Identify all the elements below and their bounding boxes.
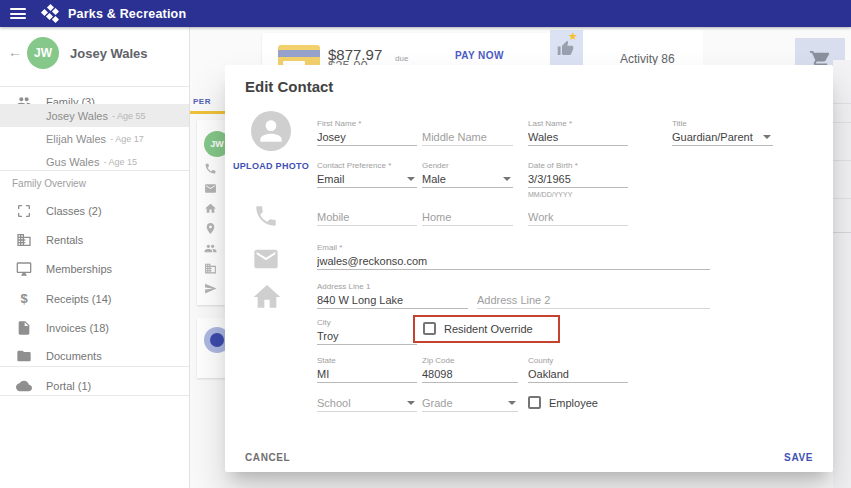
due-label: due: [395, 54, 408, 63]
middle-name-field[interactable]: Middle Name: [422, 130, 513, 146]
field-label: Date of Birth *: [528, 160, 628, 172]
city-field[interactable]: City Troy: [317, 317, 417, 345]
email-icon: [204, 181, 217, 194]
field-label: Address Line 1: [317, 281, 468, 293]
divider: [0, 366, 189, 367]
sidebar-item-label: Portal (1): [46, 380, 91, 392]
first-name-field[interactable]: First Name * Josey: [317, 118, 417, 146]
sidebar-item-invoices[interactable]: Invoices (18): [0, 316, 189, 340]
sidebar-section-label: Family Overview: [12, 178, 86, 189]
field-label: Last Name *: [528, 118, 628, 130]
sidebar-item-label: Memberships: [46, 263, 112, 275]
chevron-down-icon: [503, 177, 511, 181]
field-label: State: [317, 355, 417, 367]
date-of-birth-field[interactable]: Date of Birth * 3/3/1965: [528, 160, 628, 188]
app-root: $877.97 due PAY NOW $25.00 ★ Activity 86…: [0, 0, 851, 488]
field-label: Zip Code: [422, 355, 518, 367]
field-value[interactable]: Email: [317, 172, 417, 188]
dialog-title: Edit Contact: [245, 78, 333, 95]
app-logo-icon: [40, 5, 60, 23]
save-button[interactable]: SAVE: [778, 448, 819, 467]
contact-preference-select[interactable]: Contact Preference * Email: [317, 160, 417, 188]
zip-code-field[interactable]: Zip Code 48098: [422, 355, 518, 383]
home-phone-field[interactable]: Home: [422, 210, 513, 226]
sidebar-item-label: Documents: [46, 350, 102, 362]
address-line-2-field[interactable]: Address Line 2: [477, 293, 710, 309]
member-age: - Age 55: [112, 111, 146, 121]
sidebar-item-memberships[interactable]: Memberships: [0, 257, 189, 281]
employee-checkbox[interactable]: [528, 396, 541, 409]
phone-icon: [253, 203, 279, 229]
field-placeholder[interactable]: Home: [422, 210, 513, 226]
field-value[interactable]: MI: [317, 367, 417, 383]
tab-personal-partial[interactable]: PER: [193, 97, 211, 106]
member-age: - Age 15: [103, 157, 137, 167]
county-field[interactable]: County Oakland: [528, 355, 628, 383]
field-value[interactable]: Wales: [528, 130, 628, 146]
field-placeholder[interactable]: Work: [528, 210, 628, 226]
field-value[interactable]: Oakland: [528, 367, 628, 383]
title-select[interactable]: Title Guardian/Parent: [672, 118, 773, 146]
member-name: Josey Wales: [46, 110, 108, 122]
field-value[interactable]: 3/3/1965: [528, 172, 628, 188]
state-field[interactable]: State MI: [317, 355, 417, 383]
chevron-down-icon: [407, 401, 415, 405]
hamburger-menu-icon[interactable]: [10, 8, 26, 19]
back-arrow-icon[interactable]: ←: [8, 44, 22, 60]
school-select[interactable]: School: [317, 396, 417, 412]
home-icon: [251, 281, 283, 313]
building-icon: [204, 261, 217, 274]
field-value[interactable]: Josey: [317, 130, 417, 146]
field-value[interactable]: Troy: [317, 329, 417, 345]
field-value[interactable]: 840 W Long Lake: [317, 293, 468, 309]
app-title: Parks & Recreation: [68, 7, 186, 21]
field-placeholder[interactable]: Middle Name: [422, 130, 513, 146]
sidebar-item-label: Classes (2): [46, 205, 102, 217]
sidebar-item-documents[interactable]: Documents: [0, 344, 189, 368]
divider: [0, 170, 189, 171]
sidebar-item-label: Rentals: [46, 234, 83, 246]
sidebar-item-classes[interactable]: Classes (2): [0, 199, 189, 223]
field-value[interactable]: Guardian/Parent: [672, 130, 773, 146]
grade-select[interactable]: Grade: [422, 396, 518, 412]
sidebar-item-rentals[interactable]: Rentals: [0, 228, 189, 252]
sidebar-item-receipts[interactable]: $ Receipts (14): [0, 287, 189, 311]
cancel-button[interactable]: CANCEL: [239, 448, 296, 467]
top-bar: Parks & Recreation: [0, 0, 851, 27]
field-value[interactable]: 48098: [422, 367, 518, 383]
pay-now-button[interactable]: PAY NOW: [455, 50, 504, 61]
work-phone-field[interactable]: Work: [528, 210, 628, 226]
invoices-icon: [16, 320, 32, 336]
classes-icon: [16, 203, 32, 219]
field-placeholder[interactable]: School: [317, 396, 417, 412]
field-placeholder[interactable]: Address Line 2: [477, 293, 710, 309]
field-value[interactable]: Male: [422, 172, 513, 188]
field-placeholder[interactable]: Mobile: [317, 210, 417, 226]
location-pin-icon: [204, 221, 217, 234]
member-age: - Age 17: [110, 134, 144, 144]
avatar: JW: [27, 37, 59, 69]
sidebar-item-label: Invoices (18): [46, 322, 109, 334]
resident-override-checkbox[interactable]: [423, 322, 436, 335]
thumb-up-icon: [550, 30, 583, 65]
sidebar: ← JW Josey Wales Family (3) Josey Wales …: [0, 27, 190, 488]
people-icon: [204, 241, 217, 254]
sidebar-member-josey[interactable]: Josey Wales - Age 55: [0, 104, 189, 127]
field-placeholder[interactable]: Grade: [422, 396, 518, 412]
address-line-1-field[interactable]: Address Line 1 840 W Long Lake: [317, 281, 468, 309]
field-label: City: [317, 317, 417, 329]
field-label: Email *: [317, 242, 710, 254]
gender-select[interactable]: Gender Male: [422, 160, 513, 188]
date-format-helper: MM/DD/YYYY: [528, 191, 572, 198]
email-field[interactable]: Email * jwales@reckonso.com: [317, 242, 710, 270]
documents-icon: [16, 348, 32, 364]
mobile-phone-field[interactable]: Mobile: [317, 210, 417, 226]
field-label: County: [528, 355, 628, 367]
sidebar-item-label: Receipts (14): [46, 293, 111, 305]
upload-photo-button[interactable]: UPLOAD PHOTO: [229, 161, 313, 171]
chevron-down-icon: [508, 401, 516, 405]
sidebar-member-elijah[interactable]: Elijah Wales - Age 17: [0, 127, 189, 150]
last-name-field[interactable]: Last Name * Wales: [528, 118, 628, 146]
field-value[interactable]: jwales@reckonso.com: [317, 254, 710, 270]
email-icon: [252, 245, 280, 273]
